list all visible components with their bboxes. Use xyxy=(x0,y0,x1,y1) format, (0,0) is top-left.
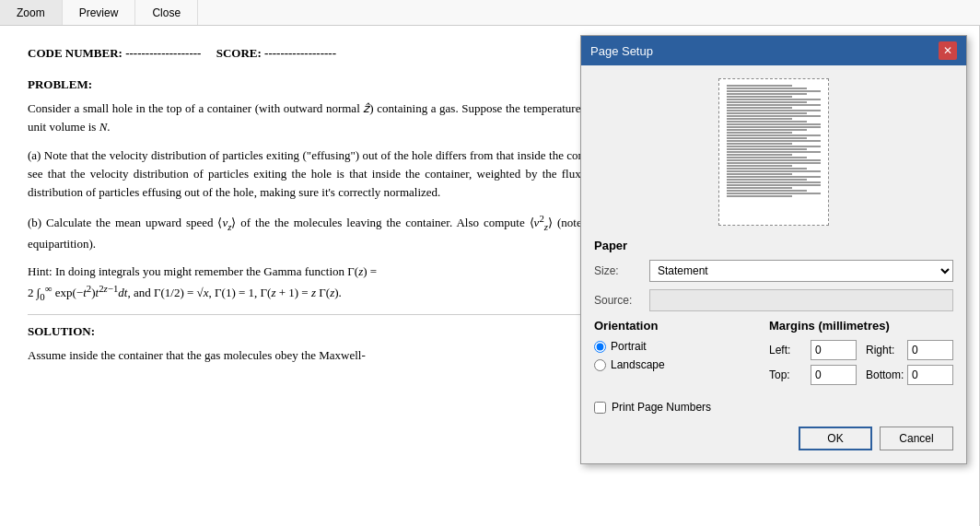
preview-line xyxy=(727,193,821,194)
print-page-numbers-label: Print Page Numbers xyxy=(612,401,711,414)
preview-line xyxy=(727,85,792,87)
preview-line xyxy=(727,107,792,109)
print-page-numbers-checkbox[interactable] xyxy=(594,402,606,414)
right-label: Right: xyxy=(866,344,907,357)
right-input[interactable] xyxy=(907,340,953,360)
preview-line xyxy=(727,123,821,125)
left-input[interactable] xyxy=(811,340,857,360)
margins-section: Margins (millimetres) Left: Right: Top: … xyxy=(769,319,953,390)
size-row: Size: Statement xyxy=(594,260,953,282)
preview-line xyxy=(727,140,821,142)
landscape-radio[interactable] xyxy=(594,359,606,371)
dialog-close-button[interactable]: ✕ xyxy=(939,41,957,60)
preview-line xyxy=(727,146,821,147)
source-input xyxy=(649,289,953,311)
page-preview xyxy=(718,78,829,226)
orientation-section: Orientation Portrait Landscape xyxy=(594,319,751,390)
preview-line xyxy=(727,173,792,175)
preview-line xyxy=(727,101,807,103)
paper-section-label: Paper xyxy=(594,239,953,252)
preview-line xyxy=(727,99,821,100)
dialog-titlebar: Page Setup ✕ xyxy=(581,36,966,65)
landscape-label: Landscape xyxy=(611,358,665,371)
preview-line xyxy=(727,148,807,150)
preview-line xyxy=(727,157,807,158)
preview-line xyxy=(727,195,792,197)
top-label: Top: xyxy=(769,368,811,381)
zoom-button[interactable]: Zoom xyxy=(0,0,63,25)
size-label: Size: xyxy=(594,264,649,277)
bottom-input[interactable] xyxy=(907,365,953,385)
preview-line xyxy=(727,179,807,181)
size-select[interactable]: Statement xyxy=(649,260,953,282)
print-page-numbers-row: Print Page Numbers xyxy=(594,401,953,414)
page-preview-content xyxy=(727,85,821,219)
preview-line xyxy=(727,181,821,183)
dialog-buttons: OK Cancel xyxy=(594,427,953,450)
page-setup-dialog: Page Setup ✕ xyxy=(580,35,967,464)
orient-margins-row: Orientation Portrait Landscape Margins (… xyxy=(594,319,953,390)
portrait-radio-row[interactable]: Portrait xyxy=(594,340,751,353)
preview-line xyxy=(727,137,807,139)
orientation-label: Orientation xyxy=(594,319,751,333)
preview-line xyxy=(727,184,821,186)
dialog-body: Paper Size: Statement Source: Orientatio… xyxy=(581,65,966,463)
source-label: Source: xyxy=(594,294,649,307)
dialog-title: Page Setup xyxy=(590,44,653,58)
preview-line xyxy=(727,187,792,189)
top-input[interactable] xyxy=(811,365,857,385)
source-row: Source: xyxy=(594,289,953,311)
preview-line xyxy=(727,159,821,161)
margins-label: Margins (millimetres) xyxy=(769,319,953,333)
preview-line xyxy=(727,162,821,164)
cancel-button[interactable]: Cancel xyxy=(880,427,953,450)
preview-line xyxy=(727,90,821,92)
preview-line xyxy=(727,132,792,134)
margin-top-row: Top: Bottom: xyxy=(769,365,953,385)
landscape-radio-row[interactable]: Landscape xyxy=(594,358,751,371)
preview-line xyxy=(727,104,821,106)
page-preview-container xyxy=(594,78,953,226)
preview-line xyxy=(727,165,792,167)
preview-line xyxy=(727,134,821,136)
preview-line xyxy=(727,110,821,111)
toolbar: Zoom Preview Close xyxy=(0,0,980,26)
preview-line xyxy=(727,96,792,98)
code-number: CODE NUMBER: ------------------- SCORE: … xyxy=(28,44,336,63)
preview-line xyxy=(727,129,807,131)
bottom-label: Bottom: xyxy=(866,368,907,381)
left-label: Left: xyxy=(769,344,811,357)
portrait-radio[interactable] xyxy=(594,341,606,353)
preview-line xyxy=(727,121,807,123)
preview-line xyxy=(727,126,821,128)
preview-line xyxy=(727,151,821,153)
main-area: CODE NUMBER: ------------------- SCORE: … xyxy=(0,26,980,526)
preview-line xyxy=(727,143,792,145)
preview-line xyxy=(727,93,807,95)
preview-line xyxy=(727,170,821,172)
close-button[interactable]: Close xyxy=(135,0,198,25)
preview-line xyxy=(727,154,792,156)
preview-button[interactable]: Preview xyxy=(63,0,136,25)
preview-line xyxy=(727,118,792,120)
preview-line xyxy=(727,115,821,117)
preview-line xyxy=(727,190,807,192)
ok-button[interactable]: OK xyxy=(799,427,872,450)
margin-left-row: Left: Right: xyxy=(769,340,953,360)
preview-line xyxy=(727,88,807,89)
preview-line xyxy=(727,168,807,169)
preview-line xyxy=(727,112,807,114)
preview-line xyxy=(727,176,821,178)
portrait-label: Portrait xyxy=(611,340,647,353)
